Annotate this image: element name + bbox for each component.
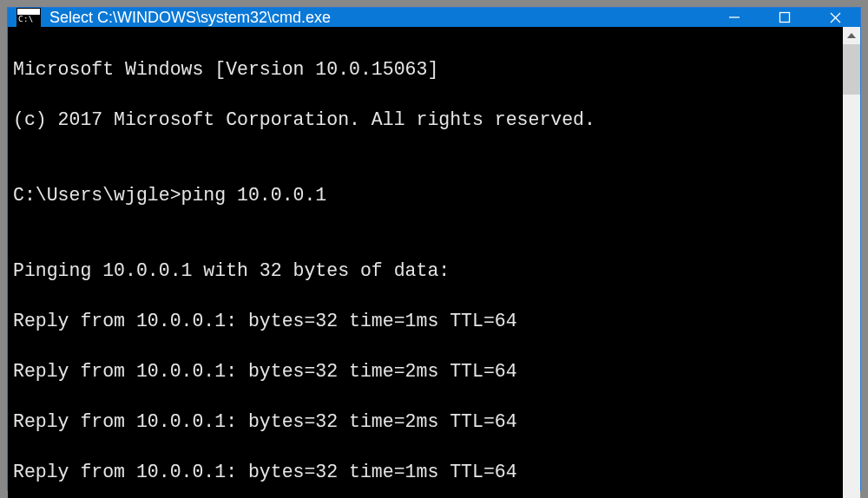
ping-header: Pinging 10.0.0.1 with 32 bytes of data:	[13, 259, 843, 284]
ping-reply: Reply from 10.0.0.1: bytes=32 time=1ms T…	[13, 309, 843, 334]
close-button[interactable]	[810, 8, 860, 27]
prompt: C:\Users\wjgle>	[13, 185, 181, 206]
ping-reply: Reply from 10.0.0.1: bytes=32 time=2ms T…	[13, 359, 843, 384]
terminal-output[interactable]: Microsoft Windows [Version 10.0.15063] (…	[8, 27, 843, 498]
minimize-button[interactable]	[709, 8, 760, 27]
scroll-thumb[interactable]	[843, 44, 860, 95]
ping-reply: Reply from 10.0.0.1: bytes=32 time=2ms T…	[13, 410, 843, 435]
cmd-window: C:\ Select C:\WINDOWS\system32\cmd.exe M…	[7, 7, 861, 491]
ping-reply: Reply from 10.0.0.1: bytes=32 time=1ms T…	[13, 460, 843, 485]
prompt-line: C:\Users\wjgle>ping 10.0.0.1	[13, 183, 843, 208]
svg-rect-1	[780, 13, 790, 23]
cmd-icon: C:\	[16, 8, 41, 27]
titlebar[interactable]: C:\ Select C:\WINDOWS\system32\cmd.exe	[8, 8, 860, 27]
window-title: Select C:\WINDOWS\system32\cmd.exe	[49, 9, 709, 27]
scroll-up-arrow[interactable]	[843, 27, 860, 44]
copyright-line: (c) 2017 Microsoft Corporation. All righ…	[13, 108, 843, 133]
vertical-scrollbar[interactable]	[843, 27, 860, 498]
svg-marker-4	[847, 33, 856, 38]
maximize-button[interactable]	[760, 8, 810, 27]
command: ping 10.0.0.1	[181, 185, 327, 206]
version-line: Microsoft Windows [Version 10.0.15063]	[13, 57, 843, 82]
window-body: Microsoft Windows [Version 10.0.15063] (…	[8, 27, 860, 498]
